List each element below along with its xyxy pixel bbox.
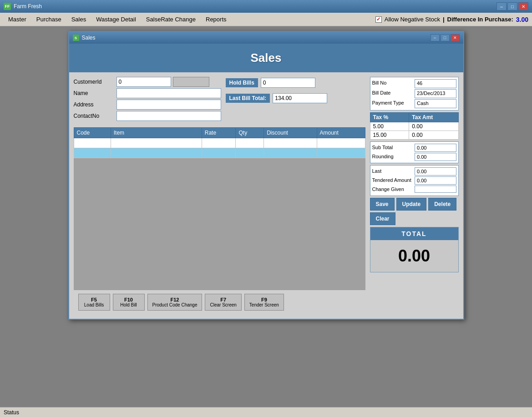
sales-close-button[interactable]: ✕ [451, 34, 460, 41]
main-content: S Sales – □ ✕ Sales CustomerId [0, 26, 532, 407]
app-icon: FF [4, 3, 11, 10]
last-bill-label: Last Bill Total: [226, 94, 270, 103]
sales-table-header: Code Item Rate Qty Discount Amount [74, 128, 365, 138]
tender-amount-value: 0.00 [415, 176, 456, 185]
last-bill-row: Last Bill Total: [226, 93, 328, 103]
tax-row-1: 5.00 0.00 [370, 122, 458, 131]
cell-discount[interactable] [264, 138, 317, 148]
cell-code[interactable] [74, 138, 111, 148]
maximize-button[interactable]: □ [507, 2, 517, 10]
sales-window: S Sales – □ ✕ Sales CustomerId [68, 31, 464, 320]
customer-grid: CustomerId Name Address ContactNo [74, 77, 221, 121]
tax-pct-2: 15.00 [370, 131, 409, 140]
tender-last-row: Last 0.00 [372, 167, 456, 176]
cell-qty[interactable] [236, 148, 264, 158]
col-code: Code [74, 128, 111, 138]
col-rate: Rate [202, 128, 236, 138]
customer-address-input[interactable] [117, 100, 221, 110]
cell-item[interactable] [111, 138, 202, 148]
cell-rate[interactable] [202, 138, 236, 148]
col-item: Item [111, 128, 202, 138]
rounding-label: Rounding [372, 153, 414, 161]
col-qty: Qty [236, 128, 264, 138]
menu-reports[interactable]: Reports [201, 14, 231, 25]
cell-rate[interactable] [202, 148, 236, 158]
total-label: TOTAL [370, 227, 458, 240]
cell-code[interactable] [74, 148, 111, 158]
fn5-load-bills-button[interactable]: F5 Load Bills [78, 294, 110, 311]
close-button[interactable]: ✕ [518, 2, 528, 10]
customer-name-label: Name [74, 90, 115, 96]
menu-sales[interactable]: Sales [67, 14, 91, 25]
action-buttons: Save Update Delete [370, 198, 459, 211]
tax-pct-header: Tax % [370, 113, 409, 122]
customer-contact-input[interactable] [117, 111, 221, 121]
update-button[interactable]: Update [396, 198, 427, 211]
bill-date-value: 23/Dec/2013 [415, 89, 456, 98]
sales-window-icon: S [73, 35, 79, 41]
cell-discount[interactable] [264, 148, 317, 158]
menu-master[interactable]: Master [4, 14, 31, 25]
cell-amount[interactable] [317, 148, 365, 158]
sales-window-title: Sales [82, 35, 96, 41]
menu-wastage-detail[interactable]: Wastage Detail [91, 14, 141, 25]
fn12-product-code-change-button[interactable]: F12 Product Code Change [147, 294, 203, 311]
table-empty-area [74, 158, 365, 290]
tender-change-label: Change Given [372, 186, 414, 193]
sales-table: Code Item Rate Qty Discount Amount [74, 127, 365, 158]
sales-maximize-button[interactable]: □ [441, 34, 450, 41]
minimize-button[interactable]: – [497, 2, 507, 10]
clear-button-row: Clear [370, 212, 459, 225]
cell-amount[interactable] [317, 138, 365, 148]
tax-amt-2: 0.00 [409, 131, 458, 140]
tax-row-2: 15.00 0.00 [370, 131, 458, 140]
tax-table-body: 5.00 0.00 15.00 0.00 [370, 122, 458, 140]
allow-negative-stock-checkbox[interactable]: ✓ [375, 16, 382, 23]
tax-amt-1: 0.00 [409, 122, 458, 131]
fn-keys-bar: F5 Load Bills F10 Hold Bill F12 Product … [74, 290, 365, 314]
col-amount: Amount [317, 128, 365, 138]
statusbar: Status [0, 407, 532, 417]
sales-table-body [74, 138, 365, 158]
tender-change-row: Change Given [372, 186, 456, 193]
save-button[interactable]: Save [370, 198, 395, 211]
tax-table: Tax % Tax Amt 5.00 0.00 15.00 0.00 [370, 112, 459, 140]
table-row [74, 138, 365, 148]
sales-header: Sales [69, 44, 463, 72]
customer-id-row [117, 77, 221, 87]
clear-button[interactable]: Clear [370, 212, 395, 225]
fn7-clear-screen-button[interactable]: F7 Clear Screen [205, 294, 241, 311]
tax-pct-1: 5.00 [370, 122, 409, 131]
sales-minimize-button[interactable]: – [431, 34, 440, 41]
tender-last-label: Last [372, 167, 414, 176]
titlebar-controls: – □ ✕ [497, 2, 528, 10]
hold-bills-label: Hold Bills [226, 78, 258, 87]
fn9-tender-screen-button[interactable]: F9 Tender Screen [244, 294, 284, 311]
last-bill-input[interactable] [273, 93, 327, 103]
tender-amount-label: Tendered Amount [372, 176, 414, 185]
customer-name-input[interactable] [117, 88, 221, 98]
cell-qty[interactable] [236, 138, 264, 148]
bill-info-section: Bill No 46 Bill Date 23/Dec/2013 Payment… [370, 77, 459, 111]
sales-titlebar-controls: – □ ✕ [431, 34, 460, 41]
tender-amount-row: Tendered Amount 0.00 [372, 176, 456, 185]
payment-type-label: Payment Type [372, 99, 414, 108]
cell-item[interactable] [111, 148, 202, 158]
sales-body: CustomerId Name Address ContactNo [69, 72, 463, 319]
summary-section: Sub Total 0.00 Rounding 0.00 [370, 141, 459, 163]
hold-bills-input[interactable] [261, 78, 315, 88]
sales-titlebar: S Sales – □ ✕ [69, 32, 463, 44]
total-value: 0.00 [370, 240, 458, 272]
menubar: Master Purchase Sales Wastage Detail Sal… [0, 13, 532, 26]
delete-button[interactable]: Delete [428, 198, 456, 211]
customer-id-search-button[interactable] [173, 77, 209, 87]
statusbar-text: Status [4, 409, 19, 416]
total-section: TOTAL 0.00 [370, 227, 459, 272]
menu-salse-rate-change[interactable]: SalseRate Change [142, 14, 200, 25]
fn10-hold-bill-button[interactable]: F10 Hold Bill [113, 294, 145, 311]
customer-id-input[interactable] [117, 77, 171, 87]
difference-value: 3.00 [516, 16, 528, 23]
bill-no-label: Bill No [372, 79, 414, 88]
allow-negative-stock-label: Allow Negative Stock [385, 16, 440, 23]
menu-purchase[interactable]: Purchase [32, 14, 66, 25]
